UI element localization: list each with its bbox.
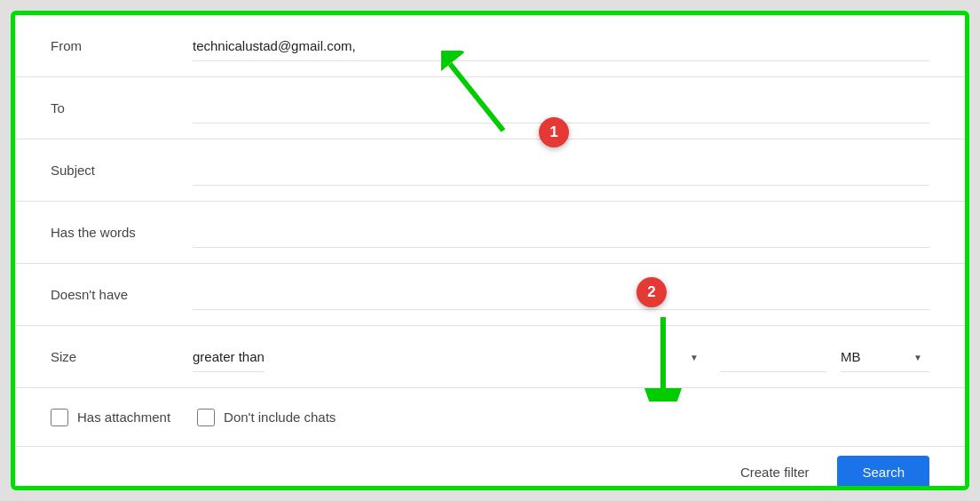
has-attachment-checkbox[interactable] (51, 409, 68, 426)
has-attachment-label: Has attachment (77, 410, 170, 425)
doesnt-have-label: Doesn't have (51, 287, 193, 302)
has-words-input[interactable] (193, 218, 929, 248)
subject-row: Subject (15, 139, 965, 202)
bottom-action-row: Create filter Search (15, 446, 965, 490)
svg-line-1 (450, 64, 503, 131)
dont-include-chats-checkbox[interactable] (197, 409, 215, 426)
size-label: Size (51, 349, 193, 364)
create-filter-button[interactable]: Create filter (730, 457, 820, 487)
arrow-1 (441, 51, 530, 143)
search-button[interactable]: Search (837, 456, 929, 489)
to-label: To (51, 100, 193, 115)
arrow-2 (636, 313, 707, 405)
subject-label: Subject (51, 163, 193, 178)
size-operator-wrapper: greater than less than (193, 342, 706, 372)
size-row: Size greater than less than MB KB Bytes (15, 326, 965, 388)
size-unit-select[interactable]: MB KB Bytes (841, 342, 929, 372)
search-filter-dialog: From technicalustad@gmail.com, To Subjec… (15, 15, 965, 486)
from-label: From (51, 38, 193, 53)
from-value: technicalustad@gmail.com, (193, 31, 929, 61)
doesnt-have-input[interactable] (193, 280, 929, 310)
has-words-row: Has the words (15, 202, 965, 264)
checkbox-row: Has attachment Don't include chats (15, 388, 965, 446)
annotation-marker-1: 1 (539, 117, 569, 147)
subject-input[interactable] (193, 155, 929, 186)
dialog-container: From technicalustad@gmail.com, To Subjec… (11, 11, 969, 490)
doesnt-have-row: Doesn't have (15, 264, 965, 326)
annotation-marker-2: 2 (636, 277, 667, 307)
size-value-input[interactable] (720, 342, 826, 372)
has-attachment-group: Has attachment (51, 409, 170, 426)
has-words-label: Has the words (51, 225, 193, 240)
dont-include-chats-label: Don't include chats (224, 410, 336, 425)
dont-include-chats-group: Don't include chats (197, 409, 336, 426)
size-operator-select[interactable]: greater than less than (193, 342, 265, 372)
size-unit-wrapper: MB KB Bytes (841, 342, 929, 372)
